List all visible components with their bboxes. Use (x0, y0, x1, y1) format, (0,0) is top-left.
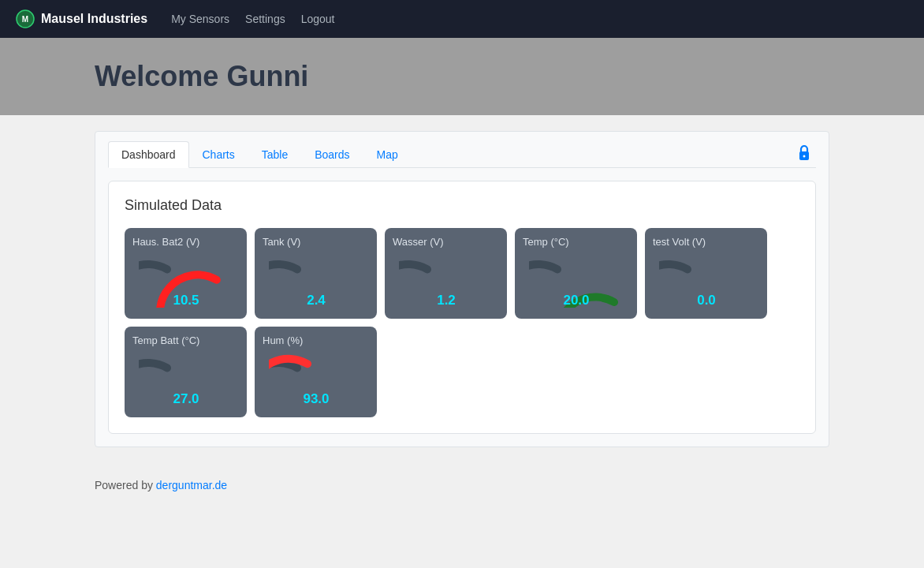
svg-text:93.0: 93.0 (303, 391, 329, 406)
nav-my-sensors[interactable]: My Sensors (171, 13, 229, 25)
gauge-card-hum: Hum (%)93.0 (255, 327, 377, 417)
nav-logout[interactable]: Logout (301, 13, 335, 25)
content-area: Dashboard Charts Table Boards Map Simula… (0, 115, 924, 463)
tabs-row: Dashboard Charts Table Boards Map (108, 141, 816, 168)
svg-text:1.2: 1.2 (437, 293, 456, 308)
gauge-label-test-volt: test Volt (V) (653, 236, 706, 248)
tab-map[interactable]: Map (363, 141, 412, 168)
gauge-label-temp-batt: Temp Batt (°C) (132, 334, 199, 346)
gauge-svg-hum: 93.0 (269, 349, 363, 406)
brand-icon: M (16, 9, 35, 28)
gauge-svg-test-volt: 0.0 (659, 251, 754, 308)
navbar: M Mausel Industries My Sensors Settings … (0, 0, 924, 38)
tab-table[interactable]: Table (248, 141, 301, 168)
tab-dashboard[interactable]: Dashboard (108, 141, 189, 168)
gauge-card-tank: Tank (V)2.4 (255, 228, 377, 319)
svg-point-3 (803, 155, 806, 158)
footer-text: Powered by (95, 479, 156, 491)
tabs-container: Dashboard Charts Table Boards Map Simula… (95, 131, 829, 447)
welcome-heading: Welcome Gunni (95, 60, 829, 93)
svg-text:M: M (22, 15, 28, 24)
gauge-svg-haus-bat2: 10.5 (139, 251, 233, 308)
svg-text:0.0: 0.0 (697, 293, 716, 308)
simulated-data-panel: Simulated Data Haus. Bat2 (V)10.5Tank (V… (108, 181, 816, 434)
brand: M Mausel Industries (16, 9, 147, 28)
nav-settings[interactable]: Settings (245, 13, 285, 25)
gauge-card-temp: Temp (°C)20.0 (515, 228, 637, 319)
footer-link[interactable]: derguntmar.de (156, 479, 227, 491)
gauge-svg-tank: 2.4 (269, 251, 363, 308)
gauge-label-haus-bat2: Haus. Bat2 (V) (132, 236, 199, 248)
gauge-card-haus-bat2: Haus. Bat2 (V)10.5 (125, 228, 247, 319)
brand-name: Mausel Industries (41, 12, 147, 26)
gauge-svg-temp-batt: 27.0 (139, 349, 233, 406)
gauge-card-temp-batt: Temp Batt (°C)27.0 (125, 327, 247, 417)
gauge-card-wasser: Wasser (V)1.2 (385, 228, 507, 319)
gauge-label-tank: Tank (V) (263, 236, 300, 248)
gauge-label-temp: Temp (°C) (523, 236, 569, 248)
tab-boards[interactable]: Boards (301, 141, 363, 168)
gauge-label-wasser: Wasser (V) (393, 236, 444, 248)
footer: Powered by derguntmar.de (0, 463, 924, 507)
panel-title: Simulated Data (125, 197, 799, 214)
svg-text:10.5: 10.5 (173, 293, 199, 308)
svg-text:2.4: 2.4 (307, 293, 326, 308)
lock-icon[interactable] (795, 144, 813, 162)
gauges-grid: Haus. Bat2 (V)10.5Tank (V)2.4Wasser (V)1… (125, 228, 799, 417)
svg-text:20.0: 20.0 (563, 293, 589, 308)
page-header: Welcome Gunni (0, 38, 924, 115)
gauge-svg-wasser: 1.2 (399, 251, 494, 308)
tab-charts[interactable]: Charts (189, 141, 248, 168)
gauge-svg-temp: 20.0 (529, 251, 624, 308)
gauge-label-hum: Hum (%) (263, 334, 303, 346)
gauge-card-test-volt: test Volt (V)0.0 (645, 228, 767, 319)
svg-text:27.0: 27.0 (173, 391, 199, 406)
nav-links: My Sensors Settings Logout (171, 12, 334, 26)
